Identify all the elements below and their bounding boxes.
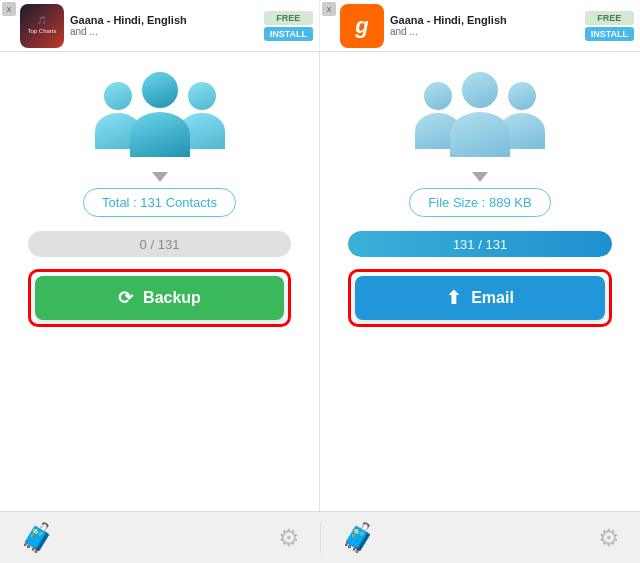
email-label: Email <box>471 289 514 307</box>
person-left-head <box>104 82 132 110</box>
ad-thumb-right: g <box>340 4 384 48</box>
person-center-body <box>130 112 190 157</box>
restore-icon-left[interactable]: 🧳 <box>20 521 55 554</box>
progress-label-left: 0 / 131 <box>140 237 180 252</box>
pr-left-head <box>424 82 452 110</box>
ad-left: x 🎵Top Charts Gaana - Hindi, English and… <box>0 0 320 51</box>
down-arrow-left <box>152 172 168 182</box>
ad-info-right: Gaana - Hindi, English and ... <box>390 14 581 37</box>
ad-banner: x 🎵Top Charts Gaana - Hindi, English and… <box>0 0 640 52</box>
ad-sub-right: and ... <box>390 26 581 37</box>
ad-sub-left: and ... <box>70 26 260 37</box>
email-button[interactable]: ⬆ Email <box>355 276 605 320</box>
restore-icon-right[interactable]: 🧳 <box>341 521 376 554</box>
ad-buttons-right: FREE INSTALL <box>585 11 634 41</box>
contacts-icon-left <box>95 72 225 162</box>
settings-icon-left[interactable]: ⚙ <box>278 524 300 552</box>
down-arrow-right <box>472 172 488 182</box>
ad-close-right[interactable]: x <box>322 2 336 16</box>
person-center-head <box>142 72 178 108</box>
file-size-pill: File Size : 889 KB <box>409 188 550 217</box>
panel-right: File Size : 889 KB 131 / 131 ⬆ Email <box>320 52 640 511</box>
bottom-right: 🧳 ⚙ <box>321 521 641 554</box>
main-content: Total : 131 Contacts 0 / 131 ⟳ Backup <box>0 52 640 511</box>
backup-icon: ⟳ <box>118 287 133 309</box>
ad-title-right: Gaana - Hindi, English <box>390 14 581 26</box>
file-size-text: File Size : 889 KB <box>428 195 531 210</box>
backup-label: Backup <box>143 289 201 307</box>
contacts-icon-right <box>415 72 545 162</box>
panel-left: Total : 131 Contacts 0 / 131 ⟳ Backup <box>0 52 320 511</box>
email-btn-highlight: ⬆ Email <box>348 269 612 327</box>
progress-bar-left: 0 / 131 <box>28 231 291 257</box>
backup-button[interactable]: ⟳ Backup <box>35 276 284 320</box>
person-center <box>130 72 190 157</box>
person-right-panel-center <box>450 72 510 157</box>
progress-bar-right: 131 / 131 <box>348 231 612 257</box>
ad-buttons-left: FREE INSTALL <box>264 11 313 41</box>
pr-center-head <box>462 72 498 108</box>
ad-right: x g Gaana - Hindi, English and ... FREE … <box>320 0 640 51</box>
ad-title-left: Gaana - Hindi, English <box>70 14 260 26</box>
ad-free-right: FREE <box>585 11 634 25</box>
ad-close-left[interactable]: x <box>2 2 16 16</box>
bottom-left: 🧳 ⚙ <box>0 521 320 554</box>
person-right-head <box>188 82 216 110</box>
ad-thumb-left: 🎵Top Charts <box>20 4 64 48</box>
total-contacts-pill: Total : 131 Contacts <box>83 188 236 217</box>
total-contacts-text: Total : 131 Contacts <box>102 195 217 210</box>
pr-center-body <box>450 112 510 157</box>
ad-free-left: FREE <box>264 11 313 25</box>
pr-right-head <box>508 82 536 110</box>
bottom-bar: 🧳 ⚙ 🧳 ⚙ <box>0 511 640 563</box>
backup-btn-highlight: ⟳ Backup <box>28 269 291 327</box>
progress-label-right: 131 / 131 <box>453 237 507 252</box>
settings-icon-right[interactable]: ⚙ <box>598 524 620 552</box>
ad-install-left[interactable]: INSTALL <box>264 27 313 41</box>
ad-install-right[interactable]: INSTALL <box>585 27 634 41</box>
email-icon: ⬆ <box>446 287 461 309</box>
ad-info-left: Gaana - Hindi, English and ... <box>70 14 260 37</box>
